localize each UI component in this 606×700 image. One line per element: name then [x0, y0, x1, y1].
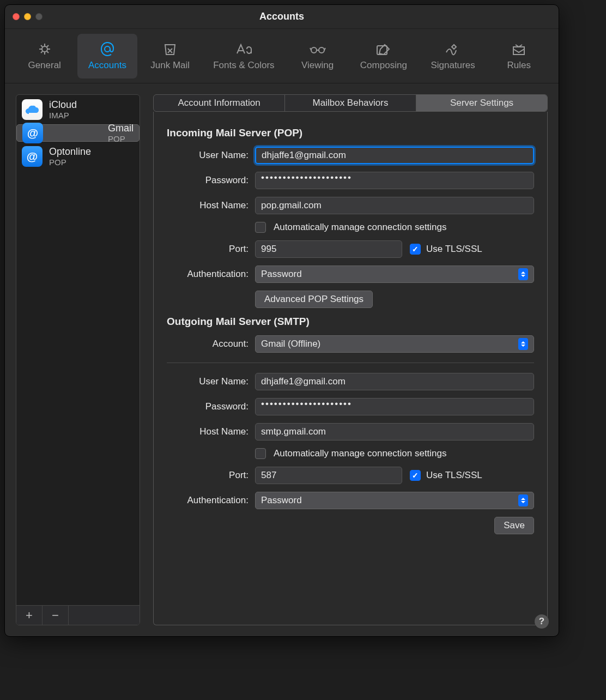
signature-icon	[443, 41, 463, 57]
account-name: iCloud	[49, 99, 77, 111]
outgoing-auth-select[interactable]: Password	[255, 492, 534, 509]
tab-label: Accounts	[88, 60, 126, 71]
at-icon: @	[22, 146, 43, 167]
gear-icon	[35, 41, 54, 57]
advanced-pop-settings-button[interactable]: Advanced POP Settings	[255, 291, 373, 308]
outgoing-auth-value: Password	[261, 495, 302, 506]
outgoing-account-select[interactable]: Gmail (Offline)	[255, 335, 534, 353]
incoming-auth-select[interactable]: Password	[255, 265, 534, 283]
save-button[interactable]: Save	[494, 517, 534, 534]
account-name: Gmail	[108, 123, 134, 134]
outgoing-tls-label: Use TLS/SSL	[426, 470, 482, 481]
tab-accounts[interactable]: Accounts	[77, 34, 137, 79]
window-controls	[5, 13, 43, 20]
tab-signatures[interactable]: Signatures	[420, 34, 486, 79]
incoming-hostname-label: Host Name:	[167, 200, 249, 211]
preferences-window: Accounts General Accounts Junk Mail Font…	[4, 4, 559, 637]
account-row-optonline[interactable]: @ Optonline POP	[16, 142, 140, 171]
window-title: Accounts	[5, 11, 559, 22]
body: iCloud IMAP @ Gmail POP @ Optonline POP	[5, 83, 559, 636]
minimize-button[interactable]	[24, 13, 31, 20]
icloud-icon	[22, 99, 43, 120]
outgoing-port-input[interactable]	[255, 467, 402, 484]
remove-account-button[interactable]: −	[43, 606, 69, 625]
outgoing-auth-label: Authentication:	[167, 495, 249, 506]
incoming-port-input[interactable]	[255, 240, 402, 258]
prefs-toolbar: General Accounts Junk Mail Fonts & Color…	[5, 29, 559, 83]
glasses-icon	[308, 41, 328, 57]
svg-point-3	[319, 47, 324, 53]
account-type: POP	[49, 158, 91, 167]
tab-composing[interactable]: Composing	[350, 34, 416, 79]
compose-icon	[374, 41, 393, 57]
help-button[interactable]: ?	[535, 614, 549, 629]
outgoing-auto-checkbox[interactable]	[255, 448, 266, 459]
outgoing-username-label: User Name:	[167, 376, 249, 387]
account-row-icloud[interactable]: iCloud IMAP	[16, 95, 140, 124]
server-settings-panel: Incoming Mail Server (POP) User Name: Pa…	[153, 112, 548, 625]
incoming-hostname-input[interactable]	[255, 197, 534, 214]
svg-point-0	[42, 46, 47, 52]
tab-viewing[interactable]: Viewing	[288, 34, 347, 79]
at-icon: @	[22, 123, 43, 143]
divider	[167, 363, 534, 363]
tab-server-settings[interactable]: Server Settings	[416, 95, 547, 111]
tab-junk-mail[interactable]: Junk Mail	[141, 34, 200, 79]
incoming-tls-label: Use TLS/SSL	[426, 244, 482, 255]
tab-account-information[interactable]: Account Information	[154, 95, 285, 111]
outgoing-tls-checkbox[interactable]	[410, 470, 421, 481]
incoming-username-label: User Name:	[167, 150, 249, 161]
zoom-button[interactable]	[35, 13, 43, 20]
incoming-section-title: Incoming Mail Server (POP)	[167, 127, 534, 139]
outgoing-password-input[interactable]: •••••••••••••••••••••	[255, 398, 534, 415]
account-type: IMAP	[49, 111, 77, 120]
incoming-auto-label: Automatically manage connection settings	[274, 222, 447, 233]
tab-label: Composing	[360, 60, 407, 71]
chevron-updown-icon	[518, 268, 528, 280]
tab-label: General	[28, 60, 60, 71]
account-name: Optonline	[49, 146, 91, 158]
tab-label: Fonts & Colors	[213, 60, 274, 71]
fonts-icon	[234, 41, 253, 57]
subtabs: Account Information Mailbox Behaviors Se…	[153, 94, 548, 112]
outgoing-hostname-label: Host Name:	[167, 426, 249, 437]
incoming-tls-checkbox[interactable]	[410, 244, 421, 255]
titlebar: Accounts	[5, 5, 559, 29]
add-account-button[interactable]: +	[16, 606, 43, 625]
incoming-port-label: Port:	[167, 244, 249, 255]
svg-point-2	[311, 47, 317, 53]
chevron-updown-icon	[518, 494, 528, 506]
outgoing-password-label: Password:	[167, 401, 249, 412]
outgoing-hostname-input[interactable]	[255, 423, 534, 440]
tab-fonts-colors[interactable]: Fonts & Colors	[203, 34, 284, 79]
outgoing-section-title: Outgoing Mail Server (SMTP)	[167, 316, 534, 328]
tab-label: Junk Mail	[150, 60, 190, 71]
account-row-gmail[interactable]: @ Gmail POP	[16, 124, 140, 142]
trash-icon	[160, 41, 180, 57]
accounts-sidebar: iCloud IMAP @ Gmail POP @ Optonline POP	[16, 94, 140, 625]
incoming-auth-value: Password	[261, 269, 302, 280]
chevron-updown-icon	[518, 338, 528, 350]
close-button[interactable]	[13, 13, 20, 20]
tab-mailbox-behaviors[interactable]: Mailbox Behaviors	[285, 95, 416, 111]
svg-rect-5	[513, 47, 524, 55]
outgoing-account-label: Account:	[167, 339, 249, 349]
tab-label: Rules	[507, 60, 531, 71]
incoming-auto-checkbox[interactable]	[255, 222, 266, 233]
incoming-auth-label: Authentication:	[167, 269, 249, 280]
tab-rules[interactable]: Rules	[489, 34, 549, 79]
outgoing-username-input[interactable]	[255, 373, 534, 390]
incoming-password-input[interactable]: •••••••••••••••••••••	[255, 172, 534, 189]
outgoing-auto-label: Automatically manage connection settings	[274, 448, 447, 459]
incoming-password-label: Password:	[167, 175, 249, 186]
tab-label: Signatures	[431, 60, 475, 71]
accounts-list: iCloud IMAP @ Gmail POP @ Optonline POP	[16, 95, 140, 605]
rules-icon	[509, 41, 529, 57]
at-icon	[98, 41, 117, 57]
incoming-username-input[interactable]	[255, 147, 534, 164]
svg-point-1	[105, 46, 110, 52]
main-panel: Account Information Mailbox Behaviors Se…	[153, 94, 548, 625]
outgoing-account-value: Gmail (Offline)	[261, 339, 320, 349]
sidebar-footer: + −	[16, 605, 140, 625]
tab-general[interactable]: General	[15, 34, 74, 79]
